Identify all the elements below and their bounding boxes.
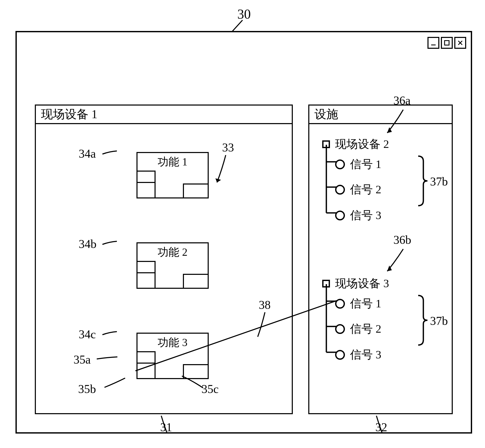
- function-3-label: 功能 3: [138, 335, 208, 350]
- content-area-ref-label: 33: [222, 141, 234, 154]
- tree-circle-icon: [335, 159, 345, 169]
- tree-dev3-signal-1[interactable]: 信号 1: [335, 296, 381, 311]
- function-block-2[interactable]: 功能 2: [136, 242, 209, 289]
- maximize-button[interactable]: [441, 37, 453, 49]
- right-panel-ref-label: 32: [375, 420, 387, 434]
- signal-label: 信号 1: [350, 157, 381, 172]
- function-2-port-b[interactable]: [136, 272, 156, 289]
- port-b-ref-label: 35b: [78, 382, 96, 396]
- func1-ref-label: 34a: [79, 147, 96, 161]
- tree-circle-icon: [335, 324, 345, 334]
- tree-dev3-signal-2[interactable]: 信号 2: [335, 321, 381, 337]
- device-editor-panel: 现场设备 1 功能 1 功能 2 功能 3: [35, 105, 293, 414]
- app-window: 现场设备 1 功能 1 功能 2 功能 3 设施 现场设备 2: [15, 31, 472, 434]
- svg-rect-1: [444, 41, 449, 45]
- function-1-port-a[interactable]: [136, 171, 156, 183]
- function-block-3[interactable]: 功能 3: [136, 333, 209, 379]
- left-panel-ref-label: 31: [160, 420, 172, 434]
- tree-lines-dev3: [325, 284, 341, 356]
- siggroup-ref-label-upper: 37b: [430, 175, 448, 188]
- tree-circle-icon: [335, 299, 345, 309]
- function-1-port-b[interactable]: [136, 182, 156, 198]
- tree-dev2-signal-3[interactable]: 信号 3: [335, 208, 381, 223]
- connection-ref-label: 38: [259, 298, 271, 312]
- port-c-ref-label: 35c: [201, 382, 219, 396]
- tree-dev2-signal-1[interactable]: 信号 1: [335, 157, 381, 172]
- tree-circle-icon: [335, 211, 345, 220]
- tree-dev3-signal-3[interactable]: 信号 3: [335, 347, 381, 362]
- function-3-port-c[interactable]: [183, 364, 209, 379]
- left-panel-title: 现场设备 1: [36, 106, 292, 124]
- dev2-ref-label: 36a: [393, 94, 410, 107]
- tree-device-2-label: 现场设备 2: [335, 137, 389, 152]
- function-2-port-c[interactable]: [183, 274, 209, 289]
- right-panel-title: 设施: [309, 106, 452, 124]
- tree-circle-icon: [335, 350, 345, 360]
- tree-circle-icon: [335, 185, 345, 195]
- function-2-port-a[interactable]: [136, 261, 156, 273]
- signal-label: 信号 3: [350, 347, 381, 362]
- signal-label: 信号 1: [350, 296, 381, 311]
- function-1-label: 功能 1: [138, 155, 208, 169]
- window-controls: [427, 37, 466, 49]
- function-3-port-a[interactable]: [136, 351, 156, 364]
- minimize-button[interactable]: [427, 37, 439, 49]
- signal-label: 信号 2: [350, 321, 381, 337]
- tree-device-3-label: 现场设备 3: [335, 276, 389, 291]
- svg-rect-0: [431, 45, 435, 45]
- func2-ref-label: 34b: [79, 237, 96, 251]
- port-a-ref-label: 35a: [74, 353, 91, 366]
- close-button[interactable]: [454, 37, 466, 49]
- function-2-label: 功能 2: [138, 245, 208, 259]
- signal-label: 信号 3: [350, 208, 381, 223]
- tree-dev2-signal-2[interactable]: 信号 2: [335, 182, 381, 197]
- signal-label: 信号 2: [350, 182, 381, 197]
- dev3-ref-label: 36b: [393, 233, 411, 247]
- tree-lines-dev2: [325, 145, 341, 217]
- siggroup-ref-label-lower: 37b: [430, 314, 448, 328]
- function-3-port-b[interactable]: [136, 363, 156, 379]
- function-block-1[interactable]: 功能 1: [136, 152, 209, 198]
- function-1-port-c[interactable]: [183, 183, 209, 198]
- facility-tree-panel: 设施 现场设备 2 信号 1 信号 2 信号 3 现场设备 3 信号 1 信号 …: [308, 105, 453, 414]
- func3-ref-label: 34c: [79, 327, 96, 341]
